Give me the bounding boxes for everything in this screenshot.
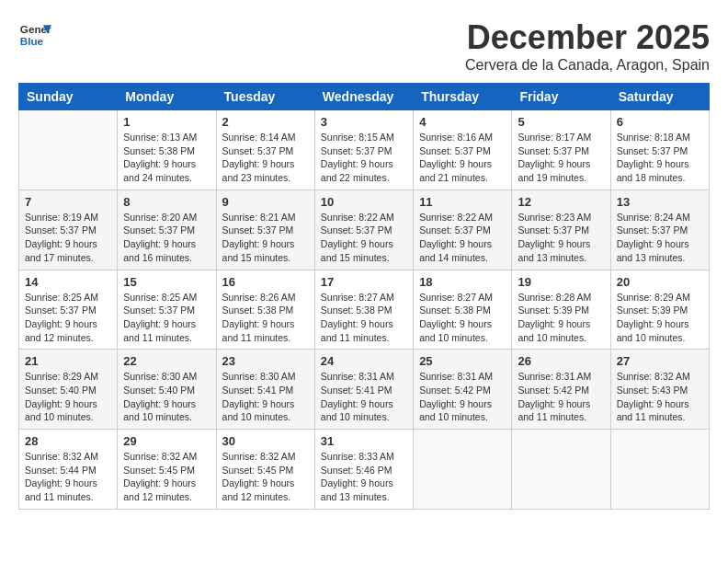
day-info: Sunrise: 8:29 AM Sunset: 5:39 PM Dayligh… — [617, 291, 703, 345]
weekday-header-cell: Thursday — [414, 84, 512, 110]
day-info: Sunrise: 8:18 AM Sunset: 5:37 PM Dayligh… — [617, 131, 703, 185]
calendar-day-cell — [414, 430, 512, 510]
day-info: Sunrise: 8:25 AM Sunset: 5:37 PM Dayligh… — [123, 291, 210, 345]
calendar-week-row: 7Sunrise: 8:19 AM Sunset: 5:37 PM Daylig… — [19, 190, 710, 270]
day-info: Sunrise: 8:33 AM Sunset: 5:46 PM Dayligh… — [321, 450, 407, 504]
weekday-header-cell: Wednesday — [314, 84, 413, 110]
day-number: 18 — [419, 275, 506, 289]
calendar-day-cell: 12Sunrise: 8:23 AM Sunset: 5:37 PM Dayli… — [512, 190, 610, 270]
day-number: 9 — [222, 195, 309, 209]
day-info: Sunrise: 8:22 AM Sunset: 5:37 PM Dayligh… — [419, 211, 506, 265]
day-number: 29 — [123, 434, 210, 448]
calendar-day-cell — [512, 430, 610, 510]
day-info: Sunrise: 8:32 AM Sunset: 5:45 PM Dayligh… — [222, 450, 309, 504]
day-number: 26 — [518, 354, 604, 368]
day-number: 25 — [419, 354, 506, 368]
day-info: Sunrise: 8:24 AM Sunset: 5:37 PM Dayligh… — [617, 211, 703, 265]
calendar-day-cell: 20Sunrise: 8:29 AM Sunset: 5:39 PM Dayli… — [610, 270, 709, 350]
calendar-day-cell: 15Sunrise: 8:25 AM Sunset: 5:37 PM Dayli… — [118, 270, 216, 350]
day-info: Sunrise: 8:27 AM Sunset: 5:38 PM Dayligh… — [419, 291, 506, 345]
calendar-day-cell: 31Sunrise: 8:33 AM Sunset: 5:46 PM Dayli… — [314, 430, 413, 510]
day-info: Sunrise: 8:16 AM Sunset: 5:37 PM Dayligh… — [419, 131, 506, 185]
page-header: General Blue December 2025 Cervera de la… — [18, 18, 710, 74]
calendar-day-cell: 9Sunrise: 8:21 AM Sunset: 5:37 PM Daylig… — [216, 190, 314, 270]
day-info: Sunrise: 8:31 AM Sunset: 5:42 PM Dayligh… — [419, 370, 506, 424]
svg-text:Blue: Blue — [20, 35, 44, 47]
day-info: Sunrise: 8:17 AM Sunset: 5:37 PM Dayligh… — [518, 131, 604, 185]
month-title: December 2025 — [465, 18, 710, 57]
day-number: 4 — [419, 115, 506, 129]
day-number: 8 — [123, 195, 210, 209]
weekday-header-cell: Friday — [512, 84, 610, 110]
day-info: Sunrise: 8:29 AM Sunset: 5:40 PM Dayligh… — [25, 370, 111, 424]
day-info: Sunrise: 8:22 AM Sunset: 5:37 PM Dayligh… — [321, 211, 407, 265]
day-info: Sunrise: 8:28 AM Sunset: 5:39 PM Dayligh… — [518, 291, 604, 345]
day-number: 5 — [518, 115, 604, 129]
calendar-week-row: 28Sunrise: 8:32 AM Sunset: 5:44 PM Dayli… — [19, 430, 710, 510]
day-info: Sunrise: 8:32 AM Sunset: 5:45 PM Dayligh… — [123, 450, 210, 504]
calendar-day-cell: 24Sunrise: 8:31 AM Sunset: 5:41 PM Dayli… — [314, 350, 413, 430]
weekday-header-cell: Monday — [118, 84, 216, 110]
calendar-day-cell: 2Sunrise: 8:14 AM Sunset: 5:37 PM Daylig… — [216, 110, 314, 190]
location: Cervera de la Canada, Aragon, Spain — [465, 57, 710, 74]
day-number: 19 — [518, 275, 604, 289]
weekday-header-row: SundayMondayTuesdayWednesdayThursdayFrid… — [19, 84, 710, 110]
calendar-day-cell: 22Sunrise: 8:30 AM Sunset: 5:40 PM Dayli… — [118, 350, 216, 430]
day-info: Sunrise: 8:31 AM Sunset: 5:42 PM Dayligh… — [518, 370, 604, 424]
day-info: Sunrise: 8:31 AM Sunset: 5:41 PM Dayligh… — [321, 370, 407, 424]
day-info: Sunrise: 8:13 AM Sunset: 5:38 PM Dayligh… — [123, 131, 210, 185]
calendar-day-cell: 16Sunrise: 8:26 AM Sunset: 5:38 PM Dayli… — [216, 270, 314, 350]
calendar-day-cell: 23Sunrise: 8:30 AM Sunset: 5:41 PM Dayli… — [216, 350, 314, 430]
day-info: Sunrise: 8:15 AM Sunset: 5:37 PM Dayligh… — [321, 131, 407, 185]
calendar-day-cell: 7Sunrise: 8:19 AM Sunset: 5:37 PM Daylig… — [19, 190, 118, 270]
day-number: 3 — [321, 115, 407, 129]
day-number: 28 — [25, 434, 111, 448]
calendar-week-row: 14Sunrise: 8:25 AM Sunset: 5:37 PM Dayli… — [19, 270, 710, 350]
day-info: Sunrise: 8:20 AM Sunset: 5:37 PM Dayligh… — [123, 211, 210, 265]
day-number: 17 — [321, 275, 407, 289]
calendar-day-cell: 18Sunrise: 8:27 AM Sunset: 5:38 PM Dayli… — [414, 270, 512, 350]
weekday-header-cell: Tuesday — [216, 84, 314, 110]
calendar-day-cell: 28Sunrise: 8:32 AM Sunset: 5:44 PM Dayli… — [19, 430, 118, 510]
day-info: Sunrise: 8:19 AM Sunset: 5:37 PM Dayligh… — [25, 211, 111, 265]
day-number: 21 — [25, 354, 111, 368]
calendar-body: 1Sunrise: 8:13 AM Sunset: 5:38 PM Daylig… — [19, 110, 710, 510]
weekday-header-cell: Saturday — [610, 84, 709, 110]
day-info: Sunrise: 8:27 AM Sunset: 5:38 PM Dayligh… — [321, 291, 407, 345]
day-number: 27 — [617, 354, 703, 368]
day-number: 2 — [222, 115, 309, 129]
calendar-day-cell: 25Sunrise: 8:31 AM Sunset: 5:42 PM Dayli… — [414, 350, 512, 430]
title-section: December 2025 Cervera de la Canada, Arag… — [465, 18, 710, 74]
calendar-day-cell — [610, 430, 709, 510]
day-number: 24 — [321, 354, 407, 368]
day-info: Sunrise: 8:30 AM Sunset: 5:41 PM Dayligh… — [222, 370, 309, 424]
calendar-day-cell: 21Sunrise: 8:29 AM Sunset: 5:40 PM Dayli… — [19, 350, 118, 430]
day-info: Sunrise: 8:25 AM Sunset: 5:37 PM Dayligh… — [25, 291, 111, 345]
logo-icon: General Blue — [18, 18, 51, 52]
day-info: Sunrise: 8:32 AM Sunset: 5:44 PM Dayligh… — [25, 450, 111, 504]
calendar-day-cell: 30Sunrise: 8:32 AM Sunset: 5:45 PM Dayli… — [216, 430, 314, 510]
calendar-day-cell: 8Sunrise: 8:20 AM Sunset: 5:37 PM Daylig… — [118, 190, 216, 270]
calendar-day-cell: 3Sunrise: 8:15 AM Sunset: 5:37 PM Daylig… — [314, 110, 413, 190]
calendar-day-cell: 26Sunrise: 8:31 AM Sunset: 5:42 PM Dayli… — [512, 350, 610, 430]
day-number: 30 — [222, 434, 309, 448]
day-number: 20 — [617, 275, 703, 289]
day-number: 16 — [222, 275, 309, 289]
calendar-day-cell — [19, 110, 118, 190]
calendar-day-cell: 5Sunrise: 8:17 AM Sunset: 5:37 PM Daylig… — [512, 110, 610, 190]
day-number: 7 — [25, 195, 111, 209]
calendar-day-cell: 17Sunrise: 8:27 AM Sunset: 5:38 PM Dayli… — [314, 270, 413, 350]
day-number: 22 — [123, 354, 210, 368]
calendar-day-cell: 6Sunrise: 8:18 AM Sunset: 5:37 PM Daylig… — [610, 110, 709, 190]
day-info: Sunrise: 8:32 AM Sunset: 5:43 PM Dayligh… — [617, 370, 703, 424]
calendar-day-cell: 10Sunrise: 8:22 AM Sunset: 5:37 PM Dayli… — [314, 190, 413, 270]
day-number: 10 — [321, 195, 407, 209]
day-number: 15 — [123, 275, 210, 289]
day-number: 13 — [617, 195, 703, 209]
calendar-week-row: 21Sunrise: 8:29 AM Sunset: 5:40 PM Dayli… — [19, 350, 710, 430]
day-number: 11 — [419, 195, 506, 209]
calendar-day-cell: 13Sunrise: 8:24 AM Sunset: 5:37 PM Dayli… — [610, 190, 709, 270]
day-number: 6 — [617, 115, 703, 129]
calendar-day-cell: 4Sunrise: 8:16 AM Sunset: 5:37 PM Daylig… — [414, 110, 512, 190]
day-info: Sunrise: 8:30 AM Sunset: 5:40 PM Dayligh… — [123, 370, 210, 424]
